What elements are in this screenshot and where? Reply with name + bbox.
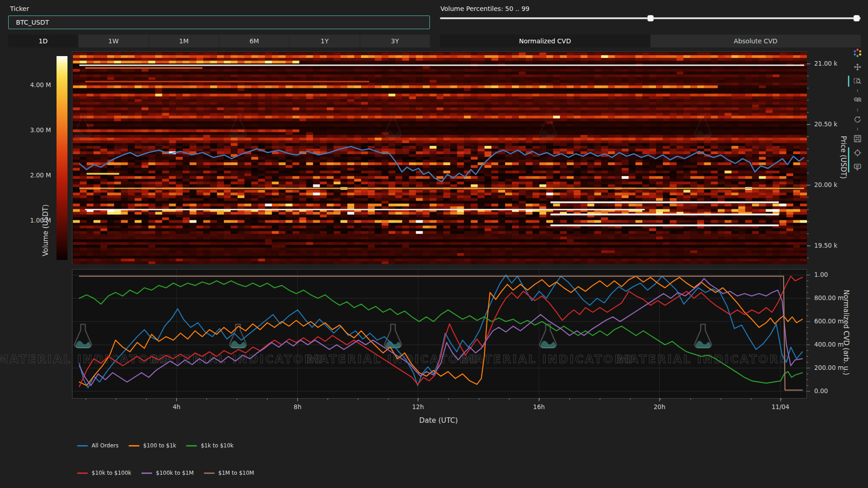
legend-item--1m-to-10m[interactable]: $1M to $10M [204,470,254,476]
hover-mode-group [852,147,863,173]
slider-handle-max[interactable] [853,15,860,21]
tab-1d[interactable]: 1D [8,35,78,47]
trading-dashboard: Ticker Volume Percentiles: 50 .. 99 1D1W… [0,0,868,488]
modebar-divider [857,109,858,111]
plotly-modebar [850,47,865,173]
normalized-cvd-chart[interactable]: MATERIAL INDICATORSMATERIAL INDICATORSMA… [72,269,807,399]
ticker-input[interactable] [8,16,430,29]
modebar-divider [857,128,858,130]
date-axis-title: Date (UTC) [419,416,458,425]
volume-colorbar [57,56,67,260]
legend-item--10k-to-100k[interactable]: $10k to $100k [77,470,131,476]
legend-swatch [186,445,197,446]
cvd-tick-label: 200.00 m [814,364,844,371]
tab-6m[interactable]: 6M [219,35,289,47]
date-tick-label: 4h [173,403,181,410]
svg-text:MATERIAL INDICATORS: MATERIAL INDICATORS [617,353,789,366]
date-tick-label: 11/04 [771,403,789,410]
tab-normalized-cvd[interactable]: Normalized CVD [440,35,651,47]
heatmap-volume-chart[interactable] [73,52,807,264]
date-tick-label: 8h [294,403,301,410]
modebar-divider [857,89,858,92]
cvd-tick-label: 1.00 [814,271,828,278]
svg-text:MATERIAL INDICATORS: MATERIAL INDICATORS [462,353,634,366]
colorbar-tick-label: 3.00 M [13,126,51,134]
timeframe-tab-group: 1D1W1M6M1Y3Y [8,35,430,47]
hover-tooltip-icon[interactable] [852,161,863,173]
cvd-panel: MATERIAL INDICATORSMATERIAL INDICATORSMA… [72,269,807,399]
volume-percentiles-slider[interactable] [440,14,861,22]
cvd-tick-label: 400.00 m [814,341,844,348]
pan-icon[interactable] [852,61,863,73]
svg-text:MATERIAL INDICATORS: MATERIAL INDICATORS [0,353,169,366]
legend-item--100-to-1k[interactable]: $100 to $1k [129,442,176,449]
save-icon[interactable] [852,133,863,145]
slider-handle-min[interactable] [647,15,654,21]
legend-label: All Orders [92,442,119,449]
legend-swatch [77,472,88,474]
legend-item--1k-to-10k[interactable]: $1k to $10k [186,442,233,449]
cvd-axis-title: Normalized CVD (arb. u.) [842,290,850,375]
heatmap-panel [72,52,807,264]
price-tick-label: 21.00 k [814,60,837,67]
price-tick-label: 20.50 k [814,120,837,128]
date-tick-label: 12h [412,403,424,410]
legend-label: $1M to $10M [218,470,254,476]
legend-item--100k-to-1m[interactable]: $100k to $1M [141,470,194,476]
date-tick-label: 16h [533,403,545,410]
price-axis-ticks [807,52,812,264]
colorbar-tick-label: 4.00 M [13,81,51,88]
tab-3y[interactable]: 3Y [360,35,430,47]
volume-percentiles-label: Volume Percentiles: 50 .. 99 [440,5,529,12]
box-zoom-icon[interactable] [852,75,863,87]
legend-label: $10k to $100k [92,470,131,476]
price-tick-label: 20.00 k [814,181,837,188]
tab-1w[interactable]: 1W [78,35,149,47]
legend-label: $100 to $1k [143,442,176,449]
cvd-tick-label: 800.00 m [814,294,844,301]
price-axis-title: Price (USDT) [839,136,847,179]
spikelines-icon[interactable] [852,147,863,159]
tab-absolute-cvd[interactable]: Absolute CVD [651,35,861,47]
plotly-logo-icon[interactable] [852,47,863,59]
price-tick-label: 19.50 k [814,242,837,249]
tab-1y[interactable]: 1Y [289,35,360,47]
autoscale-icon[interactable] [852,114,863,125]
cvd-mode-tab-group: Normalized CVDAbsolute CVD [440,35,861,47]
ticker-label: Ticker [10,5,29,12]
legend-swatch [204,472,215,474]
tab-1m[interactable]: 1M [149,35,219,47]
cvd-tick-label: 600.00 m [814,317,844,325]
legend-row: All Orders$100 to $1k$1k to $10k [77,442,243,449]
legend-row: $10k to $100k$100k to $1M$1M to $10M [77,469,264,477]
legend-swatch [141,472,152,474]
legend-swatch [129,445,140,446]
colorbar-title: Volume (USDT) [41,204,50,256]
colorbar-tick-label: 2.00 M [13,171,51,179]
zoom-in-out-icon[interactable] [852,94,863,106]
legend-item-all-orders[interactable]: All Orders [77,442,119,449]
legend-label: $100k to $1M [156,470,194,476]
cvd-tick-label: 0.00 [814,387,828,395]
date-tick-label: 20h [654,403,666,410]
legend-label: $1k to $10k [201,442,233,449]
legend-swatch [77,445,88,446]
